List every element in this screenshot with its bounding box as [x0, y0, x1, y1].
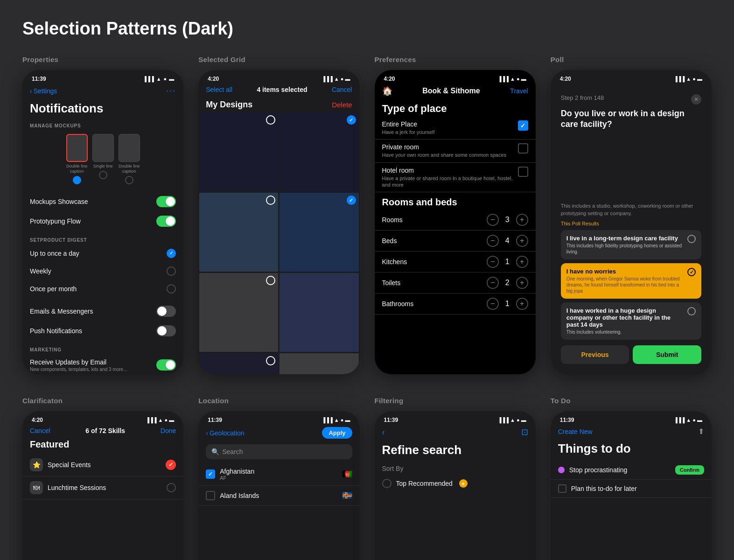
select-all-button[interactable]: Select all [206, 86, 232, 93]
mockup-item-0[interactable]: Double linecaption [66, 134, 88, 184]
poll-option-2[interactable]: I have worked in a huge design company o… [561, 302, 701, 340]
todo-item-1[interactable]: Plan this to-do for later [551, 480, 712, 498]
toggle-4[interactable] [156, 359, 176, 371]
poll-close-button[interactable]: ✕ [691, 94, 701, 105]
toggle-row-1[interactable]: Prototypung Flow [22, 211, 183, 231]
rooms-plus[interactable]: + [516, 214, 528, 226]
pref-place-1[interactable]: Private room Have your own room and shar… [375, 140, 536, 162]
todo-confirm-button[interactable]: Confirm [675, 465, 704, 475]
clar-cancel-button[interactable]: Cancel [30, 427, 50, 434]
todo-share-button[interactable]: ⬆ [698, 427, 704, 436]
mockup-item-2[interactable]: Double linecaption [119, 134, 140, 184]
filter-sort-label: Sort By [375, 462, 536, 475]
clar-item-1[interactable]: 🍽 Lunchtime Sessions [22, 476, 183, 499]
pref-section1-title: Type of place [375, 100, 536, 117]
design-cell-4[interactable] [199, 273, 278, 352]
filter-radio-0[interactable] [382, 479, 391, 488]
pref-checkbox-0[interactable] [518, 120, 528, 131]
toggle-3[interactable] [156, 325, 176, 336]
poll-submit-button[interactable]: Submit [633, 345, 701, 364]
todo-checkbox-1[interactable] [558, 484, 566, 493]
cell-check-0[interactable] [266, 115, 275, 125]
cancel-button[interactable]: Cancel [332, 86, 352, 93]
mockup-radio-2[interactable] [125, 176, 133, 184]
loc-item-0[interactable]: Afghanistan AF 🇦🇫 [198, 463, 359, 486]
bathrooms-minus[interactable]: − [487, 298, 499, 310]
cell-check-3[interactable] [347, 196, 356, 205]
beds-minus[interactable]: − [487, 235, 499, 247]
mockup-radio-0[interactable] [73, 176, 81, 184]
pref-checkbox-2[interactable] [518, 167, 528, 177]
poll-modal: Step 2 from 148 ✕ Do you live or work in… [554, 88, 708, 371]
notif-more-button[interactable]: ··· [166, 86, 176, 96]
loc-checkbox-0[interactable] [206, 469, 215, 479]
radio-row-2[interactable]: Once per month [22, 280, 183, 298]
design-cell-0[interactable] [199, 112, 278, 191]
cell-check-4[interactable] [266, 276, 275, 285]
todo-item-label-1: Plan this to-do for later [571, 485, 637, 492]
design-cell-6[interactable] [199, 353, 278, 374]
rooms-minus[interactable]: − [487, 214, 499, 226]
clar-radio-1[interactable] [167, 483, 176, 492]
todo-create-button[interactable]: Create New [558, 428, 593, 435]
clar-item-0[interactable]: ⭐ Special Events [22, 454, 183, 476]
pref-place-2[interactable]: Hotel room Have a private or shared room… [375, 163, 536, 193]
clar-done-button[interactable]: Done [161, 427, 176, 434]
radio-row-1[interactable]: Weekly [22, 262, 183, 280]
loc-apply-button[interactable]: Apply [322, 427, 352, 439]
clar-time: 4:20 [32, 417, 43, 423]
toggle-0[interactable] [156, 196, 176, 207]
loc-checkbox-1[interactable] [206, 491, 215, 500]
toggle-2[interactable] [156, 306, 176, 317]
cell-check-6[interactable] [266, 356, 275, 365]
radio-1[interactable] [167, 266, 176, 276]
poll-option-1[interactable]: I have no worries One morning, when Greg… [561, 263, 701, 299]
kitchens-minus[interactable]: − [487, 256, 499, 268]
radio-2[interactable] [167, 284, 176, 294]
todo-item-label-0: Stop procrastinating [569, 466, 628, 474]
filter-back-button[interactable]: ‹ [382, 427, 385, 437]
design-cell-2[interactable] [199, 193, 278, 272]
loc-search-bar[interactable]: 🔍 Search [206, 444, 352, 459]
toggle-row-2[interactable]: Emails & Messengers [22, 301, 183, 321]
poll-radio-0[interactable] [687, 235, 696, 243]
poll-option-0[interactable]: I live in a long-term design care facili… [561, 230, 701, 259]
filter-action-button[interactable]: ⊡ [521, 427, 528, 437]
notif-back-button[interactable]: ‹ Settings [30, 87, 57, 95]
pref-travel-button[interactable]: Travel [510, 87, 528, 95]
filter-radio-row-0[interactable]: Top Recommended ★ [375, 475, 536, 492]
poll-results-link[interactable]: This Poll Results [561, 221, 701, 226]
toggle-row-0[interactable]: Mockups Showcase [22, 192, 183, 211]
toggle-row-3[interactable]: Push Notifications [22, 321, 183, 341]
clar-nav: Cancel 6 of 72 Skills Done [22, 425, 183, 437]
toggle-1[interactable] [156, 216, 176, 227]
design-cell-5[interactable] [280, 273, 358, 352]
pref-checkbox-1[interactable] [518, 143, 528, 154]
cell-check-1[interactable] [347, 115, 356, 125]
page-title: Selection Patterns (Dark) [22, 19, 712, 39]
toilets-plus[interactable]: + [516, 277, 528, 289]
kitchens-plus[interactable]: + [516, 256, 528, 268]
poll-radio-1[interactable]: ✓ [687, 268, 696, 276]
radio-0[interactable] [167, 249, 176, 258]
toilets-minus[interactable]: − [487, 277, 499, 289]
grid-delete-button[interactable]: Delete [332, 101, 352, 109]
beds-plus[interactable]: + [516, 235, 528, 247]
poll-previous-button[interactable]: Previous [561, 345, 629, 364]
design-cell-1[interactable] [280, 112, 358, 191]
beds-value: 4 [505, 237, 510, 245]
clar-check-0[interactable] [166, 460, 176, 470]
todo-item-0[interactable]: Stop procrastinating Confirm [551, 461, 712, 480]
loc-item-1[interactable]: Aland Islands 🇦🇽 [198, 486, 359, 506]
mockup-radio-1[interactable] [99, 171, 107, 179]
design-cell-7[interactable] [280, 353, 358, 374]
radio-row-0[interactable]: Up to once a day [22, 245, 183, 262]
pref-place-0[interactable]: Entire Place Have a jerk for yourself [375, 117, 536, 140]
mockup-item-1[interactable]: Single line [92, 134, 114, 184]
cell-check-2[interactable] [266, 196, 275, 205]
toggle-row-4[interactable]: Receive Updates by Email New components,… [22, 354, 183, 375]
poll-radio-2[interactable] [687, 307, 696, 315]
bathrooms-plus[interactable]: + [516, 298, 528, 310]
design-cell-3[interactable] [280, 193, 358, 272]
loc-back-button[interactable]: ‹ Geolocation [206, 429, 244, 437]
